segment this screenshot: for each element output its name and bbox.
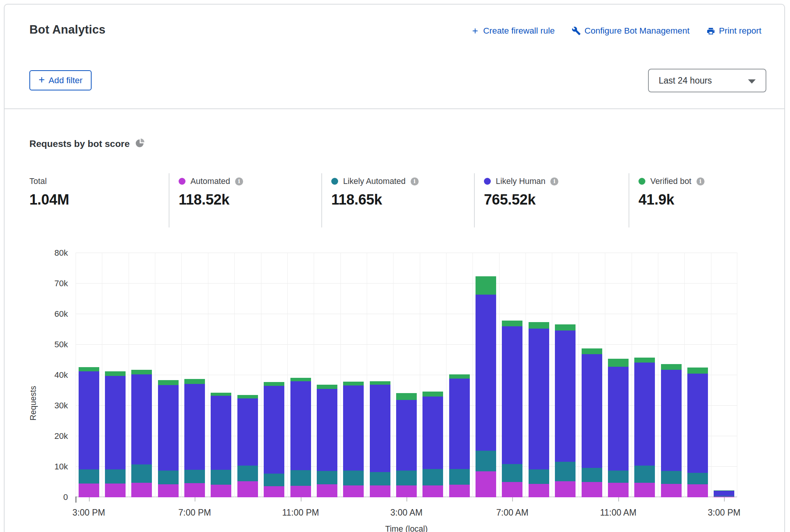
bar-segment-likely-human[interactable] — [608, 367, 629, 470]
bar-segment-likely-automated[interactable] — [237, 466, 258, 482]
bar-segment-verified-bot[interactable] — [343, 382, 364, 385]
bar-segment-automated[interactable] — [211, 485, 231, 497]
bar-group[interactable] — [661, 253, 682, 497]
bar-segment-automated[interactable] — [184, 483, 205, 497]
bar-group[interactable] — [264, 253, 284, 497]
bar-segment-likely-automated[interactable] — [158, 471, 179, 484]
bar-group[interactable] — [211, 253, 231, 497]
bar-group[interactable] — [79, 253, 99, 497]
bar-segment-automated[interactable] — [343, 485, 364, 497]
bar-segment-likely-human[interactable] — [476, 295, 496, 451]
bar-group[interactable] — [317, 253, 337, 497]
bar-group[interactable] — [555, 253, 576, 497]
bar-segment-likely-automated[interactable] — [317, 471, 337, 484]
bar-segment-automated[interactable] — [264, 486, 284, 497]
bar-segment-verified-bot[interactable] — [237, 395, 258, 398]
bar-group[interactable] — [687, 253, 708, 497]
bar-group[interactable] — [476, 253, 496, 497]
bar-segment-automated[interactable] — [502, 482, 522, 497]
bar-group[interactable] — [634, 253, 655, 497]
bar-segment-likely-automated[interactable] — [449, 469, 470, 485]
bar-segment-automated[interactable] — [608, 483, 629, 497]
bar-segment-likely-automated[interactable] — [370, 472, 390, 485]
bar-segment-likely-automated[interactable] — [105, 469, 126, 484]
bar-segment-likely-human[interactable] — [131, 374, 152, 464]
bar-segment-verified-bot[interactable] — [687, 368, 708, 374]
bar-group[interactable] — [502, 253, 522, 497]
bar-group[interactable] — [343, 253, 364, 497]
bar-segment-likely-automated[interactable] — [290, 470, 311, 486]
bar-segment-likely-automated[interactable] — [687, 473, 708, 484]
info-icon[interactable]: i — [411, 177, 419, 185]
bar-segment-verified-bot[interactable] — [184, 379, 205, 384]
add-filter-button[interactable]: + Add filter — [29, 70, 92, 90]
bar-segment-automated[interactable] — [370, 485, 390, 497]
bar-group[interactable] — [105, 253, 126, 497]
bar-segment-verified-bot[interactable] — [502, 321, 522, 326]
bar-segment-likely-human[interactable] — [661, 370, 682, 471]
bar-segment-automated[interactable] — [555, 481, 576, 497]
bar-group[interactable] — [131, 253, 152, 497]
bar-segment-likely-human[interactable] — [105, 376, 126, 470]
bar-segment-likely-human[interactable] — [422, 397, 443, 469]
bar-group[interactable] — [396, 253, 417, 497]
bar-group[interactable] — [184, 253, 205, 497]
bar-segment-automated[interactable] — [396, 485, 417, 497]
bar-segment-verified-bot[interactable] — [422, 392, 443, 397]
bar-segment-likely-human[interactable] — [264, 386, 284, 474]
bar-group[interactable] — [370, 253, 390, 497]
bar-segment-likely-automated[interactable] — [555, 462, 576, 481]
bar-group[interactable] — [582, 253, 602, 497]
bar-segment-automated[interactable] — [237, 481, 258, 497]
bar-segment-likely-human[interactable] — [237, 398, 258, 466]
time-range-select[interactable]: Last 24 hours — [648, 69, 766, 92]
bar-segment-verified-bot[interactable] — [582, 348, 602, 354]
bar-segment-likely-human[interactable] — [158, 385, 179, 471]
bar-segment-automated[interactable] — [449, 485, 470, 497]
bar-segment-automated[interactable] — [290, 486, 311, 497]
bar-group[interactable] — [158, 253, 179, 497]
bar-segment-likely-human[interactable] — [79, 371, 99, 470]
info-icon[interactable]: i — [550, 177, 558, 185]
bar-segment-automated[interactable] — [661, 484, 682, 497]
bar-segment-likely-human[interactable] — [184, 384, 205, 470]
bar-segment-verified-bot[interactable] — [211, 393, 231, 396]
info-icon[interactable]: i — [696, 177, 705, 185]
bar-segment-likely-automated[interactable] — [184, 470, 205, 483]
bar-segment-likely-automated[interactable] — [264, 474, 284, 487]
bar-segment-likely-automated[interactable] — [131, 464, 152, 483]
bar-segment-likely-automated[interactable] — [79, 469, 99, 484]
bar-segment-likely-human[interactable] — [396, 400, 417, 471]
info-icon[interactable]: i — [235, 177, 243, 185]
bar-segment-verified-bot[interactable] — [396, 393, 417, 400]
bar-segment-likely-human[interactable] — [449, 379, 470, 469]
bar-segment-likely-automated[interactable] — [529, 469, 549, 484]
bar-segment-likely-human[interactable] — [634, 363, 655, 466]
bar-segment-verified-bot[interactable] — [264, 382, 284, 386]
bar-segment-automated[interactable] — [317, 484, 337, 497]
bar-segment-verified-bot[interactable] — [317, 385, 337, 389]
bar-group[interactable] — [449, 253, 470, 497]
bar-segment-automated[interactable] — [476, 471, 496, 497]
bar-segment-verified-bot[interactable] — [131, 370, 152, 374]
bar-group[interactable] — [714, 253, 734, 497]
bar-segment-likely-human[interactable] — [370, 385, 390, 472]
configure-bot-management-link[interactable]: Configure Bot Management — [572, 26, 690, 36]
bar-segment-likely-automated[interactable] — [422, 469, 443, 485]
bar-segment-likely-automated[interactable] — [211, 470, 231, 485]
bar-segment-likely-human[interactable] — [582, 354, 602, 468]
bar-segment-likely-human[interactable] — [290, 381, 311, 470]
bar-segment-automated[interactable] — [529, 484, 549, 497]
bar-segment-verified-bot[interactable] — [555, 324, 576, 330]
bar-segment-verified-bot[interactable] — [105, 371, 126, 376]
bar-group[interactable] — [529, 253, 549, 497]
bar-segment-likely-automated[interactable] — [476, 451, 496, 471]
bar-segment-verified-bot[interactable] — [608, 359, 629, 367]
bar-group[interactable] — [290, 253, 311, 497]
bar-segment-automated[interactable] — [582, 482, 602, 497]
bar-segment-likely-human[interactable] — [211, 396, 231, 470]
bar-segment-verified-bot[interactable] — [79, 367, 99, 371]
bar-segment-likely-human[interactable] — [555, 330, 576, 462]
bar-segment-automated[interactable] — [79, 484, 99, 497]
print-report-link[interactable]: Print report — [706, 26, 761, 36]
